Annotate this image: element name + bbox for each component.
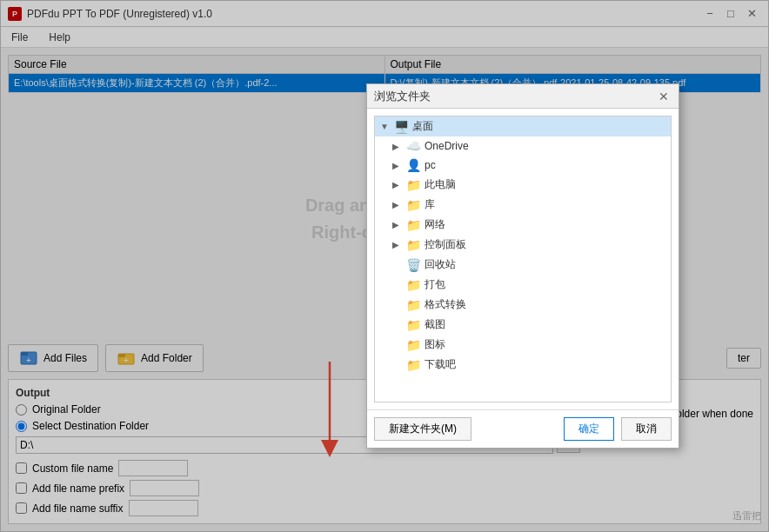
tree-item-label: 此电脑 bbox=[425, 177, 456, 192]
tree-item-label: 回收站 bbox=[425, 257, 456, 272]
folder-icon: 📁 bbox=[406, 238, 421, 252]
expand-arrow-icon: ▼ bbox=[380, 122, 391, 131]
folder-icon: 📁 bbox=[406, 358, 421, 372]
folder-icon: 📁 bbox=[406, 198, 421, 212]
folder-icon: 📁 bbox=[406, 178, 421, 192]
tree-item-label: 下载吧 bbox=[425, 357, 456, 372]
tree-item-label: 桌面 bbox=[412, 119, 433, 134]
tree-item-label: 库 bbox=[425, 197, 435, 212]
tree-item-label: 打包 bbox=[425, 277, 445, 292]
tree-item[interactable]: 📁截图 bbox=[375, 315, 671, 335]
expand-arrow-icon: ▶ bbox=[392, 220, 403, 229]
dialog-close-button[interactable]: ✕ bbox=[656, 89, 672, 104]
expand-arrow-icon: ▶ bbox=[392, 240, 403, 249]
tree-item[interactable]: 🗑️回收站 bbox=[375, 255, 671, 275]
tree-item-label: 图标 bbox=[425, 337, 445, 352]
tree-item-label: 截图 bbox=[425, 317, 445, 332]
tree-item[interactable]: ▶📁库 bbox=[375, 195, 671, 215]
folder-icon: 📁 bbox=[406, 278, 421, 292]
folder-icon: 📁 bbox=[406, 218, 421, 232]
tree-item[interactable]: ▼🖥️桌面 bbox=[375, 116, 671, 136]
tree-item-label: OneDrive bbox=[425, 140, 469, 152]
tree-item-label: 网络 bbox=[425, 217, 445, 232]
expand-arrow-icon: ▶ bbox=[392, 142, 403, 151]
folder-icon: 🖥️ bbox=[394, 120, 409, 134]
folder-icon: 📁 bbox=[406, 298, 421, 312]
folder-icon: 👤 bbox=[406, 158, 421, 172]
tree-item-label: 控制面板 bbox=[425, 237, 466, 252]
tree-item-label: pc bbox=[425, 159, 436, 171]
new-folder-button[interactable]: 新建文件夹(M) bbox=[374, 417, 471, 441]
tree-item[interactable]: ▶☁️OneDrive bbox=[375, 136, 671, 156]
ok-button[interactable]: 确定 bbox=[564, 417, 614, 441]
folder-tree[interactable]: ▼🖥️桌面▶☁️OneDrive▶👤pc▶📁此电脑▶📁库▶📁网络▶📁控制面板🗑️… bbox=[374, 116, 672, 402]
expand-arrow-icon: ▶ bbox=[392, 200, 403, 209]
dialog-title-bar: 浏览文件夹 ✕ bbox=[367, 84, 679, 109]
folder-icon: 🗑️ bbox=[406, 258, 421, 272]
main-window: P PDFdu PPT To PDF (Unregistered) v1.0 −… bbox=[0, 0, 769, 532]
tree-item[interactable]: 📁打包 bbox=[375, 275, 671, 295]
tree-item[interactable]: ▶📁此电脑 bbox=[375, 175, 671, 195]
expand-arrow-icon: ▶ bbox=[392, 180, 403, 190]
cancel-button[interactable]: 取消 bbox=[621, 417, 672, 441]
tree-item[interactable]: ▶📁控制面板 bbox=[375, 235, 671, 255]
folder-icon: 📁 bbox=[406, 338, 421, 352]
tree-item[interactable]: 📁图标 bbox=[375, 335, 671, 355]
tree-item[interactable]: 📁下载吧 bbox=[375, 355, 671, 375]
tree-item[interactable]: ▶👤pc bbox=[375, 156, 671, 175]
expand-arrow-icon: ▶ bbox=[392, 161, 403, 170]
dialog-footer: 新建文件夹(M) 确定 取消 bbox=[367, 409, 679, 448]
tree-item[interactable]: 📁格式转换 bbox=[375, 295, 671, 315]
dialog-title: 浏览文件夹 bbox=[374, 89, 431, 104]
dialog-content: ▼🖥️桌面▶☁️OneDrive▶👤pc▶📁此电脑▶📁库▶📁网络▶📁控制面板🗑️… bbox=[367, 109, 679, 409]
browse-dialog: 浏览文件夹 ✕ ▼🖥️桌面▶☁️OneDrive▶👤pc▶📁此电脑▶📁库▶📁网络… bbox=[366, 83, 679, 449]
tree-item-label: 格式转换 bbox=[425, 297, 466, 312]
tree-item[interactable]: ▶📁网络 bbox=[375, 215, 671, 235]
folder-icon: ☁️ bbox=[406, 139, 421, 153]
folder-icon: 📁 bbox=[406, 318, 421, 332]
